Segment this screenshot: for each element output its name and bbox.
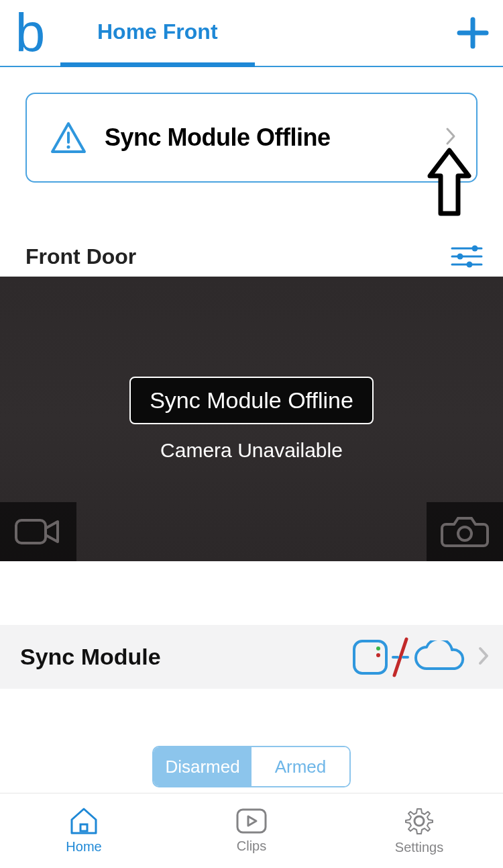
svg-point-14 [376,653,380,657]
system-tabs: Home Front [60,0,443,66]
offline-alert-card[interactable]: Sync Module Offline [25,93,478,183]
svg-point-7 [457,254,463,260]
tab-settings[interactable]: Settings [335,793,503,868]
plus-icon [456,16,490,50]
system-tab-label: Home Front [97,19,218,44]
armed-option[interactable]: Armed [252,747,349,786]
disarmed-option[interactable]: Disarmed [154,747,252,786]
gear-icon [404,806,434,836]
camera-unavailable-text: Camera Unavailable [160,439,343,462]
annotation-up-arrow-icon [426,146,473,223]
tab-clips-label: Clips [237,838,266,854]
sync-module-title: Sync Module [20,644,351,670]
tab-clips[interactable]: Clips [168,793,335,868]
live-view-button[interactable] [0,502,76,561]
top-header: b Home Front [0,0,503,67]
disarmed-label: Disarmed [165,757,239,777]
svg-point-11 [458,527,471,540]
alert-title: Sync Module Offline [105,124,331,152]
camera-header: Front Door [0,236,503,277]
cloud-icon [412,640,467,674]
armed-label: Armed [275,757,327,777]
sync-module-device-icon [351,638,389,676]
camera-settings-button[interactable] [451,240,483,273]
disconnected-slash-icon [392,636,409,678]
bottom-tab-bar: Home Clips Settings [0,793,503,868]
home-icon [69,807,99,835]
svg-rect-18 [80,824,87,831]
camera-feed[interactable]: Sync Module Offline Camera Unavailable [0,277,503,561]
svg-point-5 [472,246,478,252]
sliders-icon [451,244,483,269]
camera-icon [441,514,489,550]
svg-point-13 [376,646,380,650]
svg-point-3 [67,146,70,149]
add-button[interactable] [443,0,503,66]
svg-point-9 [467,262,473,268]
camera-offline-badge: Sync Module Offline [129,377,374,424]
svg-rect-19 [237,810,266,832]
video-camera-icon [13,515,63,548]
tab-home[interactable]: Home [0,793,168,868]
chevron-right-icon [478,646,490,669]
camera-name: Front Door [25,244,136,269]
snapshot-button[interactable] [427,502,503,561]
sync-status-icons [351,636,467,678]
app-logo[interactable]: b [0,0,60,66]
camera-offline-badge-text: Sync Module Offline [150,387,353,413]
alert-triangle-icon [50,119,87,156]
sync-module-row[interactable]: Sync Module [0,625,503,689]
system-tab-active[interactable]: Home Front [60,1,255,67]
tab-settings-label: Settings [395,840,443,855]
tab-home-label: Home [66,839,101,855]
svg-rect-12 [354,641,386,673]
logo-letter: b [15,6,46,60]
svg-point-20 [414,816,424,826]
arm-toggle: Disarmed Armed [0,746,503,787]
svg-rect-10 [16,520,46,543]
play-clip-icon [235,808,268,834]
chevron-right-icon [445,127,456,148]
